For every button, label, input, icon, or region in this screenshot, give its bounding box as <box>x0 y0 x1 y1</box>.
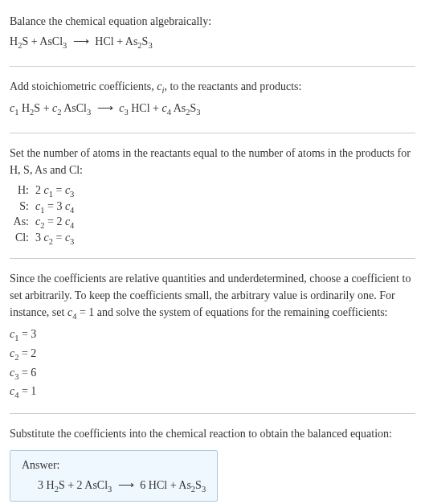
section-atom-balance: Set the number of atoms in the reactants… <box>10 138 415 253</box>
element-label: H: <box>10 183 32 199</box>
coefficient-equation: c1 H2S + c2 AsCl3 ⟶ c3 HCl + c4 As2S3 <box>10 100 415 120</box>
c-val: = 1 <box>18 385 36 397</box>
eq: = <box>44 215 56 227</box>
t1a: H <box>18 102 30 114</box>
eq: = <box>53 232 65 244</box>
c-val: = 2 <box>18 347 36 359</box>
rhs-s: 3 <box>70 190 74 199</box>
lhs-ascl3-3: 3 <box>63 41 67 50</box>
heading-add-coefficients: Add stoichiometric coefficients, ci, to … <box>10 78 415 97</box>
heading-problem: Balance the chemical equation algebraica… <box>10 13 415 30</box>
eq-d: S <box>195 479 202 491</box>
arrow-icon: ⟶ <box>97 102 113 114</box>
atom-equation: 3 c2 = c3 <box>32 231 77 247</box>
eq-a: 3 H <box>38 479 55 491</box>
table-row: H: 2 c1 = c3 <box>10 183 77 199</box>
heading-answer: Substitute the coefficients into the che… <box>10 425 415 442</box>
rhs-pre: 3 <box>56 200 65 212</box>
unbalanced-equation: H2S + AsCl3 ⟶ HCl + As2S3 <box>10 33 415 53</box>
lhs-n: 2 <box>35 184 44 196</box>
rhs-pre: 2 <box>56 215 65 227</box>
t2a: AsCl <box>62 102 88 114</box>
c-val: = 3 <box>18 328 36 340</box>
answer-box: Answer: 3 H2S + 2 AsCl3 ⟶ 6 HCl + As2S3 <box>10 450 218 502</box>
lhs-h2s-h: H <box>10 35 18 47</box>
heading-text-b: = 1 and solve the system of equations fo… <box>76 306 387 318</box>
coefficient-line: c4 = 1 <box>10 383 415 402</box>
eq-b: S + 2 AsCl <box>59 479 108 491</box>
element-label: S: <box>10 199 32 215</box>
element-label: As: <box>10 215 32 231</box>
heading-text-a: Add stoichiometric coefficients, <box>10 80 157 92</box>
divider <box>10 66 415 67</box>
eq-c: 6 HCl + As <box>140 479 191 491</box>
element-label: Cl: <box>10 231 32 247</box>
arrow-icon: ⟶ <box>118 479 134 491</box>
t4a: As <box>171 102 186 114</box>
eq: = <box>53 184 65 196</box>
heading-atom-balance: Set the number of atoms in the reactants… <box>10 145 415 178</box>
t1b: S + <box>34 102 52 114</box>
eq: = <box>44 200 56 212</box>
rhs-s: 4 <box>70 221 74 230</box>
table-row: As: c2 = 2 c4 <box>10 215 77 231</box>
answer-label: Answer: <box>22 459 206 472</box>
atom-equation: 2 c1 = c3 <box>32 183 77 199</box>
divider <box>10 258 415 259</box>
coefficient-line: c1 = 3 <box>10 326 415 345</box>
t3a: HCl + <box>129 102 162 114</box>
lhs-rest: S + AsCl <box>22 35 63 47</box>
table-row: S: c1 = 3 c4 <box>10 199 77 215</box>
coefficient-line: c3 = 6 <box>10 364 415 383</box>
t2a-sub: 3 <box>87 108 91 117</box>
rhs-s3-3: 3 <box>148 41 152 50</box>
atom-balance-table: H: 2 c1 = c3 S: c1 = 3 c4 As: c2 = 2 c4 … <box>10 183 77 247</box>
t4b-sub: 3 <box>196 108 200 117</box>
c-val: = 6 <box>18 367 36 379</box>
heading-solve: Since the coefficients are relative quan… <box>10 270 415 323</box>
eq-bs: 3 <box>108 484 112 493</box>
heading-text-b: , to the reactants and products: <box>164 80 301 92</box>
balanced-equation: 3 H2S + 2 AsCl3 ⟶ 6 HCl + As2S3 <box>22 478 206 494</box>
coefficient-line: c2 = 2 <box>10 345 415 364</box>
section-problem: Balance the chemical equation algebraica… <box>10 6 415 61</box>
table-row: Cl: 3 c2 = c3 <box>10 231 77 247</box>
rhs-s: 4 <box>70 205 74 214</box>
lhs-n: 3 <box>35 232 44 244</box>
divider <box>10 133 415 133</box>
atom-equation: c2 = 2 c4 <box>32 215 77 231</box>
atom-equation: c1 = 3 c4 <box>32 199 77 215</box>
section-solve: Since the coefficients are relative quan… <box>10 264 415 408</box>
rhs-hcl-as: HCl + As <box>95 35 137 47</box>
section-answer: Substitute the coefficients into the che… <box>10 419 415 504</box>
rhs-s: 3 <box>70 237 74 246</box>
eq-ds: 3 <box>202 484 206 493</box>
arrow-icon: ⟶ <box>73 35 89 47</box>
divider <box>10 413 415 414</box>
section-add-coefficients: Add stoichiometric coefficients, ci, to … <box>10 72 415 128</box>
